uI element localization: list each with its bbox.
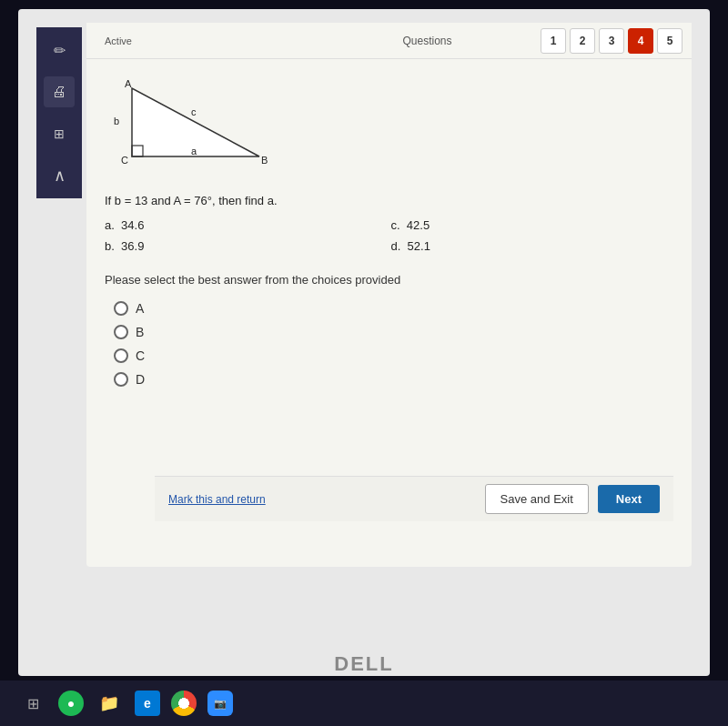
- save-exit-button[interactable]: Save and Exit: [485, 484, 589, 514]
- question-nav-1[interactable]: 1: [541, 28, 566, 54]
- radio-option-b[interactable]: B: [114, 325, 673, 339]
- bottom-bar: Mark this and return Save and Exit Next: [155, 476, 673, 521]
- choice-a: a. 34.6: [105, 217, 388, 234]
- next-button[interactable]: Next: [598, 485, 660, 513]
- svg-text:C: C: [121, 155, 128, 166]
- radio-option-c[interactable]: C: [114, 348, 673, 363]
- svg-text:c: c: [191, 106, 197, 117]
- pencil-icon[interactable]: ✏: [44, 35, 75, 66]
- content-area: Active Questions 1 2 3 4 5: [86, 23, 692, 567]
- question-nav-2[interactable]: 2: [570, 28, 595, 54]
- choice-d: d. 52.1: [391, 237, 674, 255]
- taskbar-spotify-icon[interactable]: ●: [58, 691, 84, 716]
- question-nav-5[interactable]: 5: [657, 28, 682, 54]
- screen-container: ✏ 🖨 ⊞ ∧ Active Questions 1 2 3 4 5: [0, 0, 728, 726]
- printer-icon[interactable]: 🖨: [44, 76, 75, 107]
- diagram-area: A C B b a c: [105, 75, 673, 184]
- answer-choices-display: a. 34.6 c. 42.5 b. 36.9 d. 52.1: [105, 217, 673, 255]
- radio-circle-c: [114, 348, 128, 363]
- radio-label-c: C: [136, 348, 145, 363]
- question-nav-3[interactable]: 3: [599, 28, 624, 54]
- taskbar: ⊞ ● 📁 e 📷: [0, 681, 728, 726]
- active-label: Active: [105, 35, 132, 46]
- left-sidebar: ✏ 🖨 ⊞ ∧: [36, 27, 82, 198]
- svg-text:b: b: [114, 116, 119, 126]
- radio-circle-b: [114, 325, 128, 339]
- top-nav: Active Questions 1 2 3 4 5: [86, 23, 692, 59]
- taskbar-folder-icon[interactable]: 📁: [95, 689, 124, 718]
- svg-text:A: A: [125, 78, 132, 89]
- taskbar-monitor-icon[interactable]: ⊞: [18, 689, 47, 718]
- bottom-buttons: Save and Exit Next: [485, 484, 660, 514]
- choice-c: c. 42.5: [391, 217, 674, 234]
- radio-label-d: D: [136, 372, 145, 387]
- taskbar-chrome-icon[interactable]: [171, 691, 197, 716]
- radio-option-a[interactable]: A: [114, 301, 673, 316]
- radio-option-d[interactable]: D: [114, 372, 673, 387]
- radio-group: A B C D: [114, 301, 673, 387]
- question-content: A C B b a c If b = 13 and A = 76°, then …: [86, 61, 692, 521]
- problem-statement: If b = 13 and A = 76°, then find a.: [105, 194, 278, 207]
- taskbar-zoom-icon[interactable]: 📷: [207, 691, 233, 716]
- radio-circle-d: [114, 372, 128, 387]
- taskbar-edge-icon[interactable]: e: [135, 691, 160, 716]
- screen-wrapper: ✏ 🖨 ⊞ ∧ Active Questions 1 2 3 4 5: [18, 9, 710, 676]
- questions-label: Questions: [402, 35, 451, 47]
- question-nav-4[interactable]: 4: [628, 28, 653, 54]
- mark-return-link[interactable]: Mark this and return: [168, 493, 266, 506]
- choice-b: b. 36.9: [105, 237, 388, 255]
- radio-label-a: A: [136, 301, 144, 316]
- instruction-text: Please select the best answer from the c…: [105, 273, 673, 287]
- expand-icon[interactable]: ∧: [44, 160, 75, 191]
- radio-label-b: B: [136, 325, 144, 339]
- svg-text:a: a: [191, 146, 197, 156]
- calculator-icon[interactable]: ⊞: [44, 118, 75, 149]
- svg-text:B: B: [261, 155, 268, 166]
- problem-text: If b = 13 and A = 76°, then find a.: [105, 193, 673, 209]
- dell-logo: DELL: [334, 652, 393, 676]
- radio-circle-a: [114, 301, 128, 316]
